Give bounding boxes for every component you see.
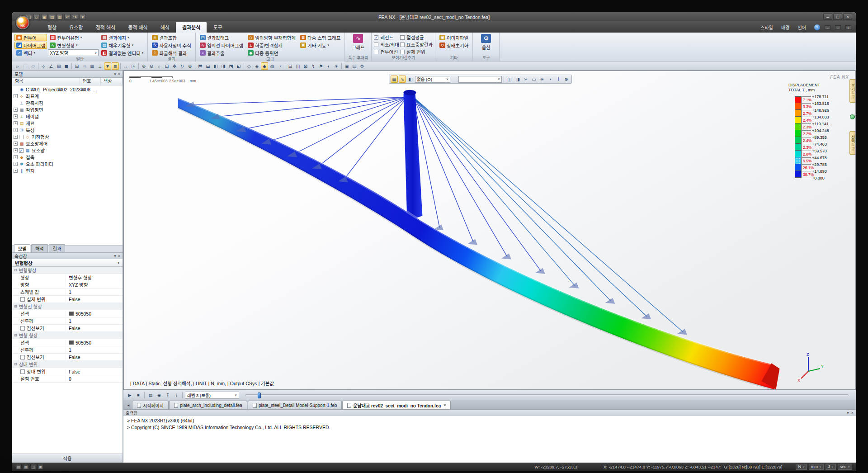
settings-icon[interactable]: ⚙ (359, 62, 366, 70)
apply-button[interactable]: 적용 (12, 454, 123, 463)
tree-item-재료[interactable]: +▤재료 (14, 120, 123, 127)
ribbon-button-다중 스텝 그래프[interactable]: ≣다중 스텝 그래프 (298, 34, 342, 41)
measure-icon[interactable]: ↔ (122, 62, 129, 70)
transparent-icon[interactable]: ◔ (276, 62, 283, 70)
checkbox-점선보기[interactable] (20, 326, 25, 331)
report-icon[interactable]: ▤ (351, 62, 358, 70)
export-icon[interactable]: ⇓ (173, 392, 180, 399)
ribbon-button-이미지파일[interactable]: ▣이미지파일 (438, 34, 470, 41)
redo-icon[interactable]: ↷ (72, 14, 78, 20)
view-iso1-icon[interactable]: ⬔ (227, 62, 235, 70)
select-face-icon[interactable]: ▧ (55, 62, 62, 70)
ribbon-button-컨투어[interactable]: ◉컨투어 (14, 34, 47, 41)
property-row-방향[interactable]: 방향XYZ 방향 (12, 281, 123, 289)
tree-item-요소망제어[interactable]: +▩요소망제어 (14, 140, 123, 147)
camera-icon[interactable]: ▣ (343, 62, 350, 70)
expand-icon[interactable]: + (14, 108, 18, 112)
record-icon[interactable]: ◉ (156, 392, 163, 399)
stop-icon[interactable]: ■ (135, 392, 142, 399)
property-row-선색[interactable]: 선색505050 (12, 339, 123, 346)
doc-tab-plate_steel_Detail Model-Support-1.feb[interactable]: plate_steel_Detail Model-Support-1.feb (248, 401, 342, 409)
workplane-icon[interactable]: ▦ (89, 62, 96, 70)
customize-icon[interactable]: ▾ (80, 14, 86, 20)
expand-icon[interactable]: + (14, 169, 18, 173)
menu-언어-dropdown[interactable]: 언어∨ (797, 24, 810, 31)
slider-thumb[interactable] (258, 393, 261, 398)
render-icon[interactable]: ◐ (325, 62, 332, 70)
tree-item-요소망[interactable]: +✓▦요소망 (14, 147, 123, 154)
view-left-icon[interactable]: ◧ (212, 62, 219, 70)
checkbox-레전드[interactable]: ✓레전드 (374, 34, 399, 41)
tree-item-데이텀[interactable]: +⊥데이텀 (14, 113, 123, 120)
close-button[interactable]: × (843, 14, 852, 20)
result-type-icon[interactable]: ◧ (407, 76, 414, 83)
option-icon[interactable]: ⚙ (563, 76, 570, 83)
rotate-icon[interactable]: ↻ (179, 62, 186, 70)
checkbox-상대 변위[interactable] (20, 369, 25, 374)
deform-display-icon[interactable]: ∿ (399, 76, 406, 83)
checkbox-컨투어선[interactable]: 컨투어선 (374, 48, 399, 55)
ribbon-button-임의방향 부재력합계[interactable]: ◇임의방향 부재력합계 (246, 34, 297, 41)
panel-tab-해석[interactable]: 해석 (31, 244, 47, 252)
tree-item-특성[interactable]: +Ⓗ특성 (14, 127, 123, 133)
zoom-out-icon[interactable]: ⊖ (148, 62, 155, 70)
close-tab-icon[interactable]: × (443, 403, 446, 407)
tree-item-좌표계[interactable]: +⊹좌표계 (14, 93, 123, 99)
property-row-선두께[interactable]: 선두께1 (12, 317, 123, 325)
section-icon[interactable]: ⊠ (302, 62, 309, 70)
open-file-icon[interactable]: ▱ (33, 14, 40, 20)
mark-icon[interactable]: ⚑ (317, 62, 325, 70)
close-icon[interactable]: × (118, 72, 120, 76)
side-tab-선택도구[interactable]: 선택도구 (849, 131, 855, 155)
ribbon-button-결과조합[interactable]: ≞결과조합 (150, 34, 193, 41)
app-logo-icon[interactable]: NX (16, 16, 29, 29)
view-top-icon[interactable]: ⬒ (197, 62, 204, 70)
save-as-icon[interactable]: ▤ (49, 14, 55, 20)
menu-tab-동적 해석[interactable]: 동적 해석 (122, 22, 154, 33)
light-icon[interactable]: ☀ (333, 62, 340, 70)
ribbon-button-기타 기능[interactable]: ⌘기타 기능▾ (298, 42, 342, 49)
cut-icon[interactable]: ✂ (522, 76, 529, 83)
animation-slider[interactable] (245, 394, 849, 396)
tree-col-color[interactable]: 색상 (101, 78, 123, 85)
ribbon-button-상태초기화[interactable]: ↺상태초기화 (438, 42, 470, 49)
tree-item-접촉[interactable]: +◆접촉 (14, 154, 123, 161)
expand-icon[interactable]: + (14, 94, 18, 98)
property-row-스케일 값[interactable]: 스케일 값1 (12, 289, 123, 296)
unit-combo-sec[interactable]: sec∨ (838, 464, 852, 470)
ribbon-button-좌굴해석 결과[interactable]: ⌇좌굴해석 결과 (150, 49, 193, 57)
layer-icon[interactable]: ≣ (112, 62, 119, 70)
property-row-점선보기[interactable]: 점선보기False (12, 354, 123, 361)
pin-icon[interactable]: ▾ (114, 72, 116, 76)
result-set-combo[interactable]: ∨ (458, 76, 502, 83)
pin-icon[interactable]: ▾ (114, 254, 116, 258)
ribbon-button-하중/반력합계[interactable]: Σ하중/반력합계 (246, 42, 297, 49)
doc-close-button[interactable]: x (845, 25, 851, 30)
select-icon[interactable]: ▹ (14, 62, 21, 70)
tree-col-number[interactable]: 번호 (80, 78, 101, 85)
tree-item-관측시점[interactable]: ⊥관측시점 (14, 99, 123, 106)
property-row-선두께[interactable]: 선두께1 (12, 346, 123, 354)
result-filter-combo[interactable]: 없음 (O)∨ (415, 76, 450, 83)
select-node-icon[interactable]: ⊹ (40, 62, 47, 70)
tree-root[interactable]: ◉C:₩01_Project₩02_2023₩08_... (14, 86, 123, 93)
menu-tab-형상[interactable]: 형상 (41, 22, 63, 33)
properties-preset-combo[interactable]: 변형형상 ∨ (12, 259, 123, 267)
tree-item-힌지[interactable]: +∥힌지 (14, 167, 123, 174)
property-section-변형 형상[interactable]: ⊟변형 형상 (12, 332, 123, 339)
maximize-button[interactable]: □ (833, 14, 842, 20)
clip-b-icon[interactable]: ◨ (514, 76, 521, 83)
tree-col-item[interactable]: 항목 (12, 78, 80, 85)
bridge-model[interactable] (124, 71, 855, 389)
ribbon-button-다이어그램[interactable]: ◪다이어그램 (14, 42, 47, 49)
doc-tab-plate_arch_including_detail.fea[interactable]: plate_arch_including_detail.fea (169, 401, 247, 409)
tree-item-요소 파라미터[interactable]: +✱요소 파라미터 (14, 161, 123, 167)
menu-배경-dropdown[interactable]: 배경∨ (781, 24, 793, 31)
menu-tab-도구[interactable]: 도구 (207, 22, 228, 33)
pan-icon[interactable]: ✥ (171, 62, 178, 70)
status-track-icon[interactable]: ▣ (38, 464, 43, 469)
expand-icon[interactable]: + (14, 148, 18, 152)
doc-restore-button[interactable]: □ (835, 25, 841, 30)
property-row-선색[interactable]: 선색505050 (12, 310, 123, 317)
clip-a-icon[interactable]: ◫ (506, 76, 513, 83)
